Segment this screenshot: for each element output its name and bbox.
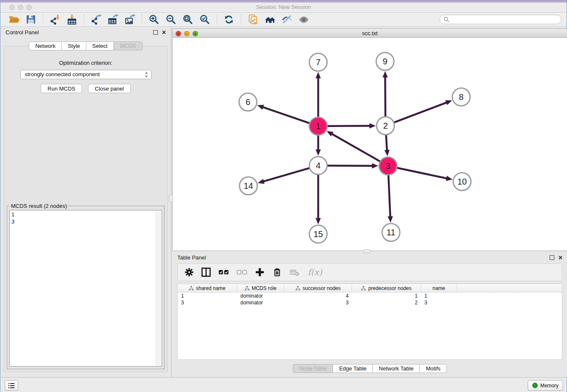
graph-node-label: 10 <box>457 177 467 186</box>
open-folder-icon[interactable] <box>8 14 19 25</box>
memory-button[interactable]: Memory <box>528 380 563 391</box>
node-table: shared name MCDS role successor nodes pr… <box>177 284 562 360</box>
main-toolbar <box>0 13 567 27</box>
import-table-icon[interactable] <box>66 14 77 25</box>
result-scrollbar[interactable] <box>156 211 161 366</box>
tab-mcds[interactable]: MCDS <box>113 41 142 50</box>
close-panel-icon[interactable]: × <box>162 30 166 35</box>
refresh-icon[interactable] <box>223 14 234 25</box>
status-bar: Memory <box>0 377 567 392</box>
cell-predecessor-nodes[interactable]: 2 <box>352 299 421 306</box>
cell-predecessor-nodes[interactable]: 1 <box>352 293 421 299</box>
graph-edge[interactable] <box>331 134 380 161</box>
graph-edge[interactable] <box>388 175 390 217</box>
criterion-select[interactable]: strongly connected component <box>20 70 151 79</box>
cell-successor-nodes[interactable]: 3 <box>284 299 352 306</box>
cell-shared-name[interactable]: 1 <box>178 293 237 299</box>
function-builder-icon[interactable]: f(x) <box>307 267 324 278</box>
zoom-out-icon[interactable] <box>165 14 176 25</box>
cell-mcds-role[interactable]: dominator <box>237 299 284 306</box>
tab-network-table[interactable]: Network Table <box>372 364 420 373</box>
tab-node-table[interactable]: Node Table <box>293 364 333 373</box>
tab-style[interactable]: Style <box>61 41 86 50</box>
graph-edge[interactable] <box>397 168 447 179</box>
eye-slash-icon[interactable] <box>281 14 292 25</box>
run-mcds-button[interactable]: Run MCDS <box>41 84 82 93</box>
mcds-result-line: 3 <box>11 218 160 225</box>
network-view-title: scc.txt <box>173 30 567 36</box>
vertical-splitter-handle[interactable] <box>169 195 173 202</box>
export-network-icon[interactable] <box>91 14 102 25</box>
column-header-name[interactable]: name <box>421 284 457 292</box>
import-network-icon[interactable] <box>50 14 61 25</box>
gear-icon[interactable] <box>184 268 194 277</box>
graph-edge-arrowhead <box>258 179 264 184</box>
tree-icon <box>295 286 300 291</box>
copy-network-icon[interactable] <box>248 14 259 25</box>
graph-edge-arrowhead <box>316 72 321 78</box>
graph-svg: 1234678910111415 <box>173 38 567 250</box>
select-stepper-icon <box>143 71 149 78</box>
graph-edge[interactable] <box>262 107 309 123</box>
task-history-button[interactable] <box>5 380 18 391</box>
graph-edge[interactable] <box>386 135 387 151</box>
zoom-in-icon[interactable] <box>149 14 160 25</box>
export-image-icon[interactable] <box>124 14 135 25</box>
select-all-icon[interactable] <box>218 268 229 277</box>
tab-network[interactable]: Network <box>29 41 62 50</box>
graph-node-label: 2 <box>383 121 388 130</box>
graph-edge[interactable] <box>263 168 309 182</box>
table-row[interactable]: 3 dominator 3 2 3 <box>178 299 562 306</box>
trash-icon[interactable] <box>272 267 282 277</box>
cell-mcds-role[interactable]: dominator <box>237 293 284 299</box>
graph-edge-arrowhead <box>257 105 264 110</box>
table-panel-header: Table Panel × <box>172 252 567 263</box>
graph-edge-arrowhead <box>369 123 376 128</box>
horizontal-splitter-handle[interactable] <box>363 249 370 253</box>
graph-edge[interactable] <box>328 166 373 166</box>
column-header-predecessor-nodes[interactable]: predecessor nodes <box>352 284 421 292</box>
cell-successor-nodes[interactable]: 4 <box>284 293 352 299</box>
tab-motifs[interactable]: Motifs <box>419 364 447 373</box>
eye-icon[interactable] <box>298 14 309 25</box>
float-table-panel-icon[interactable] <box>550 255 554 260</box>
graph-node-label: 9 <box>383 57 387 66</box>
column-header-mcds-role[interactable]: MCDS role <box>237 284 284 292</box>
close-table-panel-icon[interactable]: × <box>559 255 562 260</box>
search-icon <box>443 17 449 22</box>
cell-shared-name[interactable]: 3 <box>178 299 237 306</box>
table-toolbar: f(x) <box>177 263 562 281</box>
tree-icon <box>361 286 366 291</box>
houses-icon[interactable] <box>264 14 275 25</box>
unselect-all-icon[interactable] <box>237 268 248 277</box>
mcds-tab-content: Optimization criterion: strongly connect… <box>4 46 168 372</box>
tree-icon <box>189 286 194 291</box>
search-input[interactable] <box>440 15 561 24</box>
table-row[interactable]: 1 dominator 4 1 1 <box>178 293 562 299</box>
column-header-successor-nodes[interactable]: successor nodes <box>284 284 352 292</box>
graph-edge[interactable] <box>394 102 447 122</box>
export-table-icon[interactable] <box>107 14 118 25</box>
graph-edge[interactable] <box>385 77 385 116</box>
graph-edge-arrowhead <box>384 150 389 156</box>
float-panel-icon[interactable] <box>153 30 158 35</box>
tab-select[interactable]: Select <box>86 41 114 50</box>
mcds-result-textarea[interactable]: 1 3 <box>9 210 162 367</box>
graph-edge-arrowhead <box>383 71 388 77</box>
add-column-icon[interactable] <box>255 267 265 277</box>
network-canvas[interactable]: 1234678910111415 <box>172 38 567 251</box>
close-panel-button[interactable]: Close panel <box>88 84 131 93</box>
window-title: Session: New Session <box>0 4 567 10</box>
column-header-shared-name[interactable]: shared name <box>178 284 237 292</box>
graph-edge-arrowhead <box>388 216 393 223</box>
tab-edge-table[interactable]: Edge Table <box>333 364 373 373</box>
columns-icon[interactable] <box>201 267 211 277</box>
cell-name[interactable]: 1 <box>421 293 457 299</box>
cell-name[interactable]: 3 <box>421 299 457 306</box>
zoom-selected-icon[interactable] <box>199 14 210 25</box>
memory-label: Memory <box>540 383 559 389</box>
zoom-fit-icon[interactable] <box>182 14 193 25</box>
delete-table-icon[interactable] <box>289 268 300 277</box>
graph-edge[interactable] <box>328 126 370 126</box>
save-icon[interactable] <box>25 14 36 25</box>
